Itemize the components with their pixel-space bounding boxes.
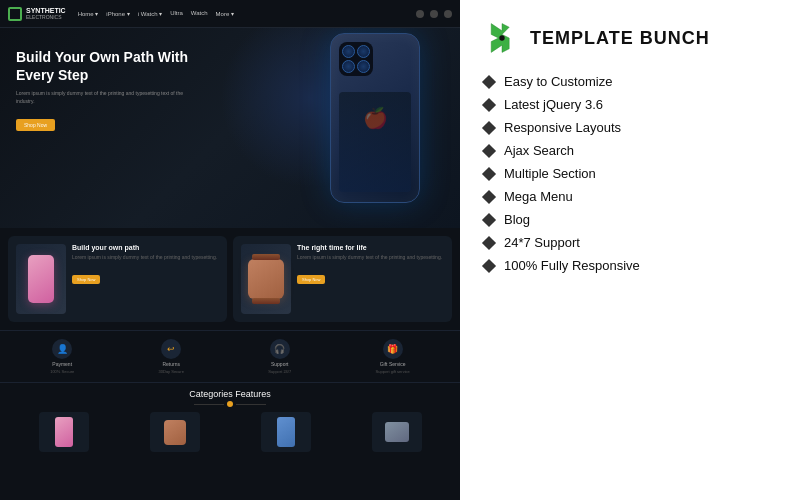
feature-item-2: Responsive Layouts — [484, 120, 776, 135]
categories-section: Categories Features — [0, 382, 460, 458]
search-icon[interactable] — [416, 10, 424, 18]
diamond-bullet-3 — [482, 143, 496, 157]
product-image-phone — [16, 244, 66, 314]
right-panel: TEMPLATE BUNCH Easy to Customize Latest … — [460, 0, 800, 500]
svg-point-0 — [499, 35, 504, 40]
feature-label-2: Responsive Layouts — [504, 120, 621, 135]
product-image-watch — [241, 244, 291, 314]
support-icon: 🎧 — [270, 339, 290, 359]
camera-lens-2 — [357, 45, 370, 58]
product-card-desc-phone: Lorem ipsum is simply dummy text of the … — [72, 254, 219, 262]
hero-section: Build Your Own Path With Every Step Lore… — [0, 28, 460, 228]
feature-item-3: Ajax Search — [484, 143, 776, 158]
bottom-icon-payment: 👤 Payment 100% Secure — [50, 339, 74, 374]
feature-item-6: Blog — [484, 212, 776, 227]
nav-link-watch[interactable]: i Watch ▾ — [138, 10, 162, 17]
feature-item-0: Easy to Customize — [484, 74, 776, 89]
diamond-bullet-5 — [482, 189, 496, 203]
product-card-watch: The right time for life Lorem ipsum is s… — [233, 236, 452, 322]
support-sub: Support 24/7 — [268, 369, 291, 374]
hero-phone-image: 🍎 — [320, 33, 430, 223]
product-card-desc-watch: Lorem ipsum is simply dummy text of the … — [297, 254, 444, 262]
product-info-watch: The right time for life Lorem ipsum is s… — [297, 244, 444, 285]
product-card-title-watch: The right time for life — [297, 244, 444, 251]
returns-sub: 30Day Secure — [159, 369, 184, 374]
nav-link-iphone[interactable]: iPhone ▾ — [106, 10, 129, 17]
feature-item-7: 24*7 Support — [484, 235, 776, 250]
brand-header: TEMPLATE BUNCH — [484, 20, 776, 56]
hero-title: Build Your Own Path With Every Step — [16, 48, 196, 84]
diamond-bullet-1 — [482, 97, 496, 111]
bottom-icon-gift: 🎁 Gift Service Support gift service — [376, 339, 410, 374]
feature-label-8: 100% Fully Responsive — [504, 258, 640, 273]
features-list: Easy to Customize Latest jQuery 3.6 Resp… — [484, 74, 776, 273]
feature-label-3: Ajax Search — [504, 143, 574, 158]
nav-link-more[interactable]: More ▾ — [216, 10, 234, 17]
product-card-btn-watch[interactable]: Shop Now — [297, 275, 325, 284]
nav-link-watch2[interactable]: Watch — [191, 10, 208, 17]
feature-label-5: Mega Menu — [504, 189, 573, 204]
diamond-bullet-6 — [482, 212, 496, 226]
product-card-btn-phone[interactable]: Shop Now — [72, 275, 100, 284]
cat-phone2-shape — [277, 417, 295, 447]
cat-phone-shape — [55, 417, 73, 447]
gift-icon: 🎁 — [383, 339, 403, 359]
category-item-3[interactable] — [261, 412, 311, 452]
nav-links: Home ▾ iPhone ▾ i Watch ▾ Ultra Watch Mo… — [78, 10, 234, 17]
bottom-icons-row: 👤 Payment 100% Secure ↩ Returns 30Day Se… — [0, 330, 460, 382]
product-card-title-phone: Build your own path — [72, 244, 219, 251]
feature-label-4: Multiple Section — [504, 166, 596, 181]
logo-text: SYNTHETIC ELECTRONICS — [26, 7, 66, 21]
diamond-bullet-8 — [482, 258, 496, 272]
feature-label-0: Easy to Customize — [504, 74, 612, 89]
product-cards: Build your own path Lorem ipsum is simpl… — [0, 228, 460, 330]
cat-device-shape — [385, 422, 409, 442]
nav-bar: SYNTHETIC ELECTRONICS Home ▾ iPhone ▾ i … — [0, 0, 460, 28]
diamond-bullet-4 — [482, 166, 496, 180]
categories-divider — [8, 401, 452, 407]
phone-cameras — [339, 42, 373, 76]
category-item-2[interactable] — [150, 412, 200, 452]
hero-description: Lorem ipsum is simply dummy text of the … — [16, 90, 196, 105]
feature-label-7: 24*7 Support — [504, 235, 580, 250]
nav-icons — [416, 10, 452, 18]
nav-logo: SYNTHETIC ELECTRONICS — [8, 7, 66, 21]
categories-title: Categories Features — [8, 389, 452, 399]
product-info-phone: Build your own path Lorem ipsum is simpl… — [72, 244, 219, 285]
cat-watch-shape — [164, 420, 186, 445]
gift-sub: Support gift service — [376, 369, 410, 374]
product-card-phone: Build your own path Lorem ipsum is simpl… — [8, 236, 227, 322]
nav-link-ultra[interactable]: Ultra — [170, 10, 183, 17]
diamond-bullet-0 — [482, 74, 496, 88]
gift-label: Gift Service — [380, 361, 406, 367]
hero-content: Build Your Own Path With Every Step Lore… — [16, 48, 196, 131]
mini-watch-shape — [248, 259, 284, 299]
feature-label-1: Latest jQuery 3.6 — [504, 97, 603, 112]
camera-lens-4 — [357, 60, 370, 73]
category-item-4[interactable] — [372, 412, 422, 452]
brand-logo-icon — [484, 20, 520, 56]
returns-icon: ↩ — [161, 339, 181, 359]
hero-cta-button[interactable]: Shop Now — [16, 119, 55, 131]
cart-icon[interactable] — [444, 10, 452, 18]
nav-link-home[interactable]: Home ▾ — [78, 10, 99, 17]
diamond-bullet-7 — [482, 235, 496, 249]
phone-screen — [339, 92, 411, 192]
payment-label: Payment — [52, 361, 72, 367]
phone-body: 🍎 — [330, 33, 420, 203]
payment-sub: 100% Secure — [50, 369, 74, 374]
feature-item-1: Latest jQuery 3.6 — [484, 97, 776, 112]
website-preview: SYNTHETIC ELECTRONICS Home ▾ iPhone ▾ i … — [0, 0, 460, 500]
logo-icon — [8, 7, 22, 21]
mini-phone-shape — [28, 255, 54, 303]
bottom-icon-returns: ↩ Returns 30Day Secure — [159, 339, 184, 374]
feature-label-6: Blog — [504, 212, 530, 227]
feature-item-4: Multiple Section — [484, 166, 776, 181]
category-item-1[interactable] — [39, 412, 89, 452]
returns-label: Returns — [162, 361, 180, 367]
camera-lens-1 — [342, 45, 355, 58]
diamond-bullet-2 — [482, 120, 496, 134]
categories-items — [8, 412, 452, 452]
brand-name: TEMPLATE BUNCH — [530, 28, 710, 49]
user-icon[interactable] — [430, 10, 438, 18]
